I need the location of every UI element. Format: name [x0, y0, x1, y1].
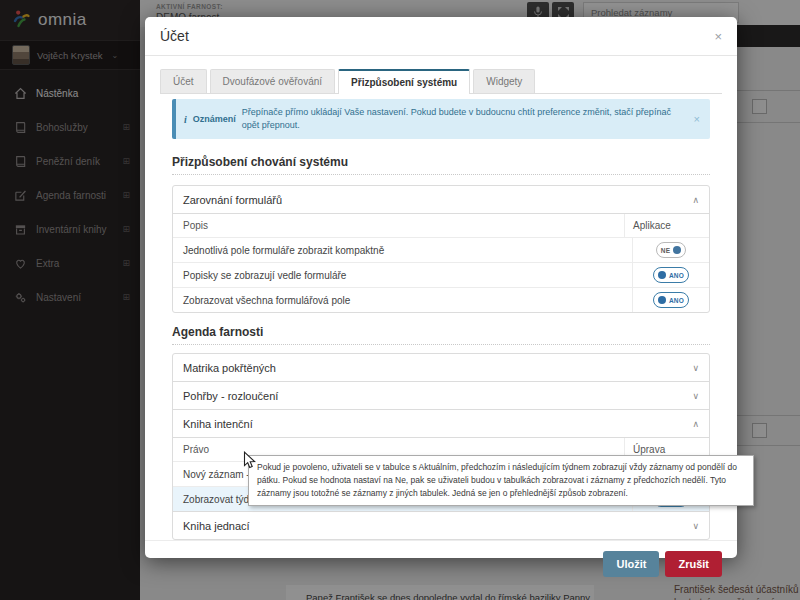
accordion-pohrby-rozlouceni: Pohřby - rozloučení ∨ [173, 381, 709, 409]
notice-close-icon[interactable]: × [694, 113, 702, 126]
accordion-title: Kniha intenční [183, 418, 253, 430]
accordion-title: Zarovnání formulářů [183, 194, 282, 206]
panel-group-system: Zarovnání formulářů ∧ Popis Aplikace Jed… [172, 185, 710, 313]
notice-badge: Oznámení [193, 113, 236, 126]
toggle-switch-off[interactable]: NE [656, 242, 686, 258]
section-heading-system: Přizpůsobení chování systému [172, 155, 710, 175]
chevron-up-icon: ∧ [692, 419, 699, 429]
modal-title: Účet [160, 28, 189, 44]
accordion-header[interactable]: Kniha jednací ∨ [173, 512, 709, 539]
setting-label: Jednotlivá pole formuláře zobrazit kompa… [173, 238, 632, 262]
info-icon: i [182, 113, 187, 126]
table-header-row: Popis Aplikace [173, 214, 709, 237]
tab-prizpusobeni-systemu[interactable]: Přizpůsobení systému [338, 69, 470, 94]
accordion-header[interactable]: Matrika pokřtěných ∨ [173, 354, 709, 381]
accordion-kniha-jednaci: Kniha jednací ∨ [173, 511, 709, 539]
table-row: Popisky se zobrazují vedle formuláře ANO [173, 262, 709, 287]
accordion-title: Kniha jednací [183, 520, 250, 532]
setting-label: Zobrazovat všechna formulářová pole [173, 288, 632, 312]
chevron-down-icon: ∨ [692, 521, 699, 531]
save-button[interactable]: Uložit [603, 551, 659, 577]
accordion-matrika-pokrtenych: Matrika pokřtěných ∨ [173, 354, 709, 381]
panel-group-agenda: Matrika pokřtěných ∨ Pohřby - rozloučení… [172, 353, 710, 540]
cancel-button[interactable]: Zrušit [665, 551, 722, 577]
column-header: Popis [173, 214, 624, 237]
chevron-up-icon: ∧ [692, 195, 699, 205]
table-row: Zobrazovat všechna formulářová pole ANO [173, 287, 709, 312]
info-notice: i Oznámení Přepínače přímo ukládají Vaše… [172, 99, 710, 139]
toggle-switch-on[interactable]: ANO [653, 292, 689, 308]
screen: AKTIVNÍ FARNOST: DEMO farnost POHŘBY 0 e… [0, 0, 800, 600]
modal-header: Účet × [145, 17, 737, 56]
notice-text: Přepínače přímo ukládají Vaše nastavení.… [242, 106, 688, 132]
modal-tabs: Účet Dvoufázové ověřování Přizpůsobení s… [160, 69, 722, 94]
settings-table: Popis Aplikace Jednotlivá pole formuláře… [173, 213, 709, 312]
setting-label: Popisky se zobrazují vedle formuláře [173, 263, 632, 287]
chevron-down-icon: ∨ [692, 391, 699, 401]
tab-widgety[interactable]: Widgety [473, 69, 535, 93]
chevron-down-icon: ∨ [692, 363, 699, 373]
toggle-knob [673, 246, 681, 254]
section-heading-agenda: Agenda farnosti [172, 325, 710, 345]
accordion-header[interactable]: Kniha intenční ∧ [173, 410, 709, 437]
accordion-title: Pohřby - rozloučení [183, 390, 278, 402]
modal-footer: Uložit Zrušit [145, 540, 737, 588]
toggle-switch-on[interactable]: ANO [653, 267, 689, 283]
toggle-knob [658, 296, 666, 304]
toggle-knob [658, 271, 666, 279]
tab-dvoufazove-overovani[interactable]: Dvoufázové ověřování [210, 69, 336, 93]
accordion-header[interactable]: Zarovnání formulářů ∧ [173, 186, 709, 213]
close-icon[interactable]: × [714, 29, 722, 44]
table-row: Jednotlivá pole formuláře zobrazit kompa… [173, 237, 709, 262]
mouse-cursor [243, 451, 256, 474]
column-header: Aplikace [624, 214, 709, 237]
setting-tooltip: Pokud je povoleno, uživateli se v tabulc… [248, 455, 754, 506]
accordion-title: Matrika pokřtěných [183, 362, 276, 374]
tab-ucet[interactable]: Účet [160, 69, 207, 93]
accordion-zarovnani-formularu: Zarovnání formulářů ∧ Popis Aplikace Jed… [173, 186, 709, 312]
accordion-header[interactable]: Pohřby - rozloučení ∨ [173, 382, 709, 409]
